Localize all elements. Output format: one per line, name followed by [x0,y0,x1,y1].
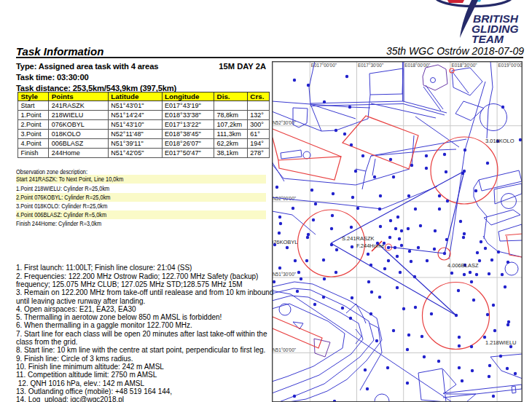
svg-text:E017°30'00": E017°30'00" [358,63,383,68]
svg-text:F.244Home: F.244Home [356,243,384,249]
svg-text:N51°00'00": N51°00'00" [273,347,296,352]
svg-text:E018°30'00": E018°30'00" [451,63,477,68]
svg-text:4.006BLASZ: 4.006BLASZ [447,262,479,269]
svg-text:N52°30'00": N52°30'00" [273,120,296,125]
svg-text:E019°00'00": E019°00'00" [498,63,523,68]
svg-text:076KOBYL: 076KOBYL [272,239,298,245]
svg-text:E017°00'00": E017°00'00" [311,63,337,68]
svg-text:TEAM: TEAM [472,33,504,45]
svg-text:E018°00'00": E018°00'00" [404,63,430,68]
svg-text:S.241RASZK: S.241RASZK [342,235,375,242]
svg-text:3.018KOLO: 3.018KOLO [485,138,515,144]
svg-text:N51°30'00": N51°30'00" [273,272,296,277]
svg-text:1.218WIELU: 1.218WIELU [485,339,517,346]
